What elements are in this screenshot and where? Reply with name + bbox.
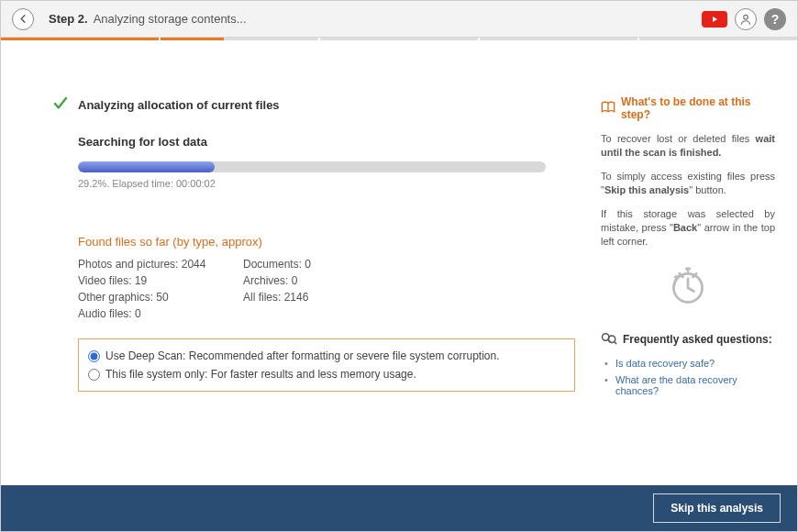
step-title: Analyzing storage contents... <box>94 12 247 26</box>
scan-progress-fill <box>78 161 215 172</box>
header-bar: Step 2. Analyzing storage contents... ? <box>1 1 797 38</box>
sidebar-tip-3: If this storage was selected by mistake,… <box>601 207 775 249</box>
step-label: Step 2. <box>49 12 88 26</box>
radio-deep-scan[interactable] <box>88 350 100 362</box>
back-button[interactable] <box>12 8 34 30</box>
header-actions: ? <box>702 8 786 30</box>
youtube-icon[interactable] <box>702 11 727 28</box>
wizard-step-3 <box>320 38 478 40</box>
svg-point-4 <box>608 336 615 343</box>
sidebar-tip-1: To recover lost or deleted files wait un… <box>601 132 775 161</box>
wizard-step-2 <box>161 38 318 40</box>
sidebar-panel: What's to be done at this step? To recov… <box>601 95 775 399</box>
wizard-progress-strip <box>1 38 797 40</box>
book-icon <box>601 101 615 116</box>
faq-icon <box>601 332 617 348</box>
found-files-title: Found files so far (by type, approx) <box>78 235 557 249</box>
stat-documents: Documents: 0 <box>243 258 408 271</box>
found-stats: Photos and pictures: 2044 Documents: 0 V… <box>78 258 557 320</box>
checkmark-icon <box>52 95 69 115</box>
wizard-step-1 <box>1 38 159 40</box>
stat-video: Video files: 19 <box>78 274 243 287</box>
sidebar-tip-2: To simply access existing files press "S… <box>601 170 775 198</box>
status-title: Analyzing allocation of current files <box>78 98 280 112</box>
stat-archives: Archives: 0 <box>243 274 408 287</box>
help-icon[interactable]: ? <box>764 8 786 30</box>
faq-title-row: Frequently asked questions: <box>601 332 775 348</box>
wizard-step-4 <box>480 38 637 40</box>
faq-link-2[interactable]: What are the data recovery chances? <box>604 371 775 399</box>
faq-link-1[interactable]: Is data recovery safe? <box>604 355 775 371</box>
option-deep-scan[interactable]: Use Deep Scan: Recommended after formatt… <box>88 347 565 365</box>
scan-progress-text: 29.2%. Elapsed time: 00:00:02 <box>78 178 557 189</box>
faq-title: Frequently asked questions: <box>623 333 772 346</box>
stat-all: All files: 2146 <box>243 291 408 304</box>
scan-options-box: Use Deep Scan: Recommended after formatt… <box>78 338 575 392</box>
option-deep-scan-label: Use Deep Scan: Recommended after formatt… <box>105 349 500 362</box>
stat-audio: Audio files: 0 <box>78 307 243 320</box>
footer-bar: Skip this analysis <box>1 485 797 531</box>
svg-point-0 <box>744 15 748 19</box>
searching-title: Searching for lost data <box>78 135 557 149</box>
scan-progress-bar <box>78 161 546 172</box>
wizard-step-5 <box>639 38 797 40</box>
main-panel: Analyzing allocation of current files Se… <box>52 95 557 399</box>
radio-fs-only[interactable] <box>88 369 100 381</box>
faq-list: Is data recovery safe? What are the data… <box>601 355 775 399</box>
sidebar-title-row: What's to be done at this step? <box>601 95 775 121</box>
sidebar-title: What's to be done at this step? <box>621 95 775 121</box>
wait-clock-icon <box>601 266 775 306</box>
user-icon[interactable] <box>735 8 757 30</box>
stat-photos: Photos and pictures: 2044 <box>78 258 243 271</box>
option-fs-only-label: This file system only: For faster result… <box>105 368 416 381</box>
arrow-left-icon <box>18 14 28 24</box>
skip-analysis-button[interactable]: Skip this analysis <box>653 493 781 523</box>
stat-other: Other graphics: 50 <box>78 291 243 304</box>
option-fs-only[interactable]: This file system only: For faster result… <box>88 365 565 383</box>
